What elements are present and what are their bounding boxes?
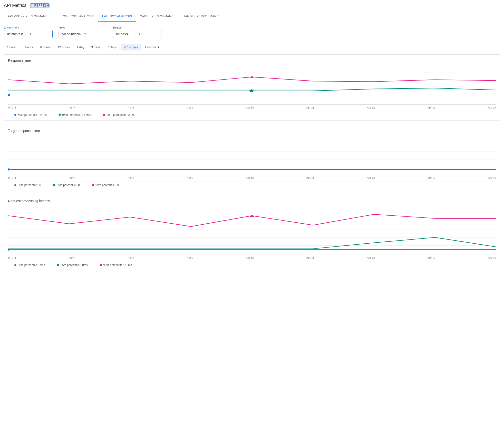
target-legend-line-95th: [47, 185, 52, 185]
target-legend-dot-95th: [53, 184, 55, 186]
environment-dropdown-arrow: ▼: [29, 33, 50, 35]
req-legend-dot-95th: [57, 264, 59, 266]
proxy-dropdown-arrow: ▼: [84, 33, 104, 35]
legend-line-95th: [52, 115, 57, 115]
tab-error-code-analysis[interactable]: ERROR CODE ANALYSIS: [54, 11, 98, 22]
page-header: API Metrics ↻ REFRESH: [0, 0, 504, 11]
req-legend-50th: 50th percentile : 7ms: [8, 263, 45, 267]
time-filter-bar: 1 hour 3 hours 6 hours 12 hours 1 day 3 …: [0, 42, 504, 55]
request-processing-chart: Request processing latency UTC-4: [4, 195, 500, 271]
time-btn-3hours[interactable]: 3 hours: [20, 44, 36, 51]
region-filter: Region us-east4 ▼: [113, 26, 162, 38]
environment-filter: Environment default-test ▼: [4, 26, 53, 38]
time-btn-12hours[interactable]: 12 hours: [54, 44, 73, 51]
legend-dot-95th: [58, 113, 61, 116]
target-legend-99th: 99th percentile : 0: [86, 183, 119, 187]
region-dropdown-arrow: ▼: [139, 33, 159, 35]
legend-line-99th: [97, 115, 102, 115]
legend-50th: 50th percentile : 14ms: [8, 113, 47, 117]
request-processing-chart-area: [8, 205, 496, 254]
time-btn-1hour[interactable]: 1 hour: [4, 44, 19, 51]
target-response-time-title: Target response time: [8, 129, 496, 133]
legend-dot-50th: [14, 114, 16, 116]
request-processing-svg: [8, 205, 496, 254]
tab-bar: API PROXY PERFORMANCE ERROR CODE ANALYSI…: [0, 11, 504, 22]
custom-dropdown-arrow: ▼: [157, 45, 160, 49]
target-response-time-chart: Target response time UTC-4 Apr 7 Apr 8 A…: [4, 125, 500, 191]
time-btn-6hours[interactable]: 6 hours: [37, 44, 53, 51]
environment-label: Environment: [4, 26, 53, 29]
svg-point-4: [8, 94, 10, 96]
target-legend-dot-50th: [14, 184, 16, 186]
tab-api-proxy-performance[interactable]: API PROXY PERFORMANCE: [4, 11, 54, 22]
req-legend-95th: 95th percentile : 8ms: [51, 263, 87, 267]
response-time-x-axis: UTC-4 Apr 7 Apr 8 Apr 9 Apr 10 Apr 11 Ap…: [8, 104, 496, 109]
tab-cache-performance[interactable]: CACHE PERFORMANCE: [136, 11, 180, 22]
legend-99th: 99th percentile : 20ms: [97, 113, 135, 117]
target-legend-50th: 50th percentile : 0: [8, 183, 41, 187]
proxy-filter: Proxy cache-httpbin ▼: [58, 26, 107, 38]
tab-target-performance[interactable]: TARGET PERFORMANCE: [180, 11, 225, 22]
legend-dot-99th: [103, 113, 105, 116]
target-legend-line-50th: [8, 185, 13, 185]
legend-95th: 95th percentile : 17ms: [52, 113, 91, 117]
target-legend-line-99th: [86, 185, 91, 185]
region-label: Region: [113, 26, 162, 29]
svg-rect-5: [249, 89, 254, 92]
legend-line-50th: [8, 115, 13, 115]
req-legend-line-95th: [51, 265, 55, 265]
time-btn-1day[interactable]: 1 day: [74, 44, 87, 51]
proxy-select[interactable]: cache-httpbin ▼: [58, 30, 107, 38]
time-btn-7days[interactable]: 7 days: [104, 44, 119, 51]
req-legend-line-50th: [8, 265, 13, 265]
time-btn-custom[interactable]: Custom ▼: [142, 44, 163, 51]
target-response-svg: [8, 135, 496, 174]
response-time-svg: [8, 64, 496, 103]
response-time-chart: Response time UTC-4 Apr 7 A: [4, 55, 500, 121]
req-legend-line-99th: [94, 265, 98, 265]
target-response-time-chart-area: [8, 135, 496, 174]
response-time-chart-area: [8, 64, 496, 103]
tab-latency-analysis[interactable]: LATENCY ANALYSIS: [98, 11, 136, 22]
req-legend-dot-50th: [14, 264, 16, 266]
request-processing-x-axis: UTC-4 Apr 7 Apr 8 Apr 9 Apr 10 Apr 11 Ap…: [8, 255, 496, 259]
target-legend-dot-99th: [92, 184, 94, 186]
request-processing-legend: 50th percentile : 7ms 95th percentile : …: [8, 261, 496, 267]
time-btn-3days[interactable]: 3 days: [88, 44, 103, 51]
time-btn-14days[interactable]: ✓ 14 days: [121, 44, 141, 51]
target-legend: 50th percentile : 0 95th percentile : 0 …: [8, 181, 496, 187]
charts-container: Response time UTC-4 Apr 7 A: [0, 55, 504, 271]
check-icon: ✓: [124, 45, 126, 49]
req-legend-99th: 99th percentile : 10ms: [94, 263, 132, 267]
req-legend-dot-99th: [99, 264, 102, 266]
region-select[interactable]: us-east4 ▼: [113, 30, 162, 38]
refresh-button[interactable]: ↻ REFRESH: [30, 3, 50, 8]
filter-bar: Environment default-test ▼ Proxy cache-h…: [0, 22, 504, 42]
environment-select[interactable]: default-test ▼: [4, 30, 53, 38]
response-time-legend: 50th percentile : 14ms 95th percentile :…: [8, 111, 496, 117]
request-processing-title: Request processing latency: [8, 199, 496, 203]
refresh-icon: ↻: [31, 4, 33, 7]
page-title: API Metrics: [4, 3, 26, 8]
proxy-label: Proxy: [58, 26, 107, 29]
target-legend-95th: 95th percentile : 0: [47, 183, 80, 187]
response-time-title: Response time: [8, 58, 496, 62]
target-x-axis: UTC-4 Apr 7 Apr 8 Apr 9 Apr 10 Apr 11 Ap…: [8, 175, 496, 179]
